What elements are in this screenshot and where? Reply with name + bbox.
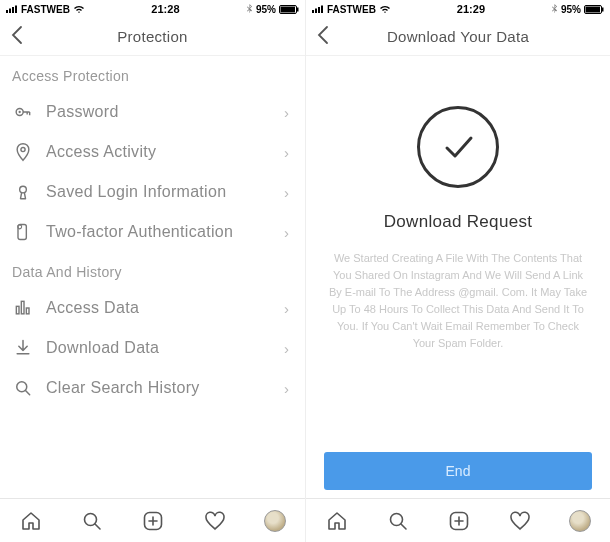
chevron-right-icon: › [284, 104, 289, 121]
tab-profile[interactable] [264, 510, 286, 532]
back-button[interactable] [10, 25, 23, 49]
menu-label: Two-factor Authentication [46, 223, 233, 241]
tab-activity[interactable] [508, 509, 532, 533]
menu-label: Password [46, 103, 119, 121]
battery-pct: 95% [561, 4, 581, 15]
search-icon [12, 377, 34, 399]
tab-bar [306, 498, 610, 542]
carrier-label: FASTWEB [327, 4, 376, 15]
tab-new-post[interactable] [141, 509, 165, 533]
signal-icon [312, 5, 324, 13]
battery-icon [279, 5, 299, 14]
carrier-label: FASTWEB [21, 4, 70, 15]
bluetooth-icon [551, 4, 558, 14]
svg-rect-11 [18, 225, 26, 240]
check-circle-icon [417, 106, 499, 188]
content-title: Download Request [384, 212, 532, 232]
section-access-protection: Access Protection [0, 56, 305, 92]
wifi-icon [73, 5, 85, 14]
section-data-history: Data And History [0, 252, 305, 288]
battery-icon [584, 5, 604, 14]
button-label: End [446, 463, 471, 479]
tab-home[interactable] [325, 509, 349, 533]
location-pin-icon [12, 141, 34, 163]
svg-rect-21 [321, 6, 323, 14]
svg-rect-5 [297, 7, 299, 11]
tab-new-post[interactable] [447, 509, 471, 533]
status-bar: FASTWEB 21:28 95% [0, 0, 305, 18]
svg-rect-1 [9, 9, 11, 14]
tab-profile[interactable] [569, 510, 591, 532]
chevron-right-icon: › [284, 144, 289, 161]
chevron-right-icon: › [284, 300, 289, 317]
header: Download Your Data [306, 18, 610, 56]
svg-rect-2 [12, 7, 14, 13]
avatar-icon [569, 510, 591, 532]
chevron-right-icon: › [284, 184, 289, 201]
chevron-right-icon: › [284, 224, 289, 241]
end-button[interactable]: End [324, 452, 592, 490]
menu-label: Access Activity [46, 143, 156, 161]
chevron-right-icon: › [284, 340, 289, 357]
menu-label: Clear Search History [46, 379, 200, 397]
download-icon [12, 337, 34, 359]
svg-rect-14 [26, 308, 29, 314]
status-bar: FASTWEB 21:29 95% [306, 0, 610, 18]
svg-rect-18 [312, 10, 314, 13]
clock-label: 21:28 [151, 3, 179, 15]
menu-item-access-activity[interactable]: Access Activity › [0, 132, 305, 172]
svg-rect-6 [280, 6, 295, 12]
content-body: We Started Creating A File With The Cont… [324, 250, 592, 352]
key-icon [12, 101, 34, 123]
back-button[interactable] [316, 25, 329, 49]
menu-label: Saved Login Information [46, 183, 226, 201]
svg-rect-19 [315, 9, 317, 14]
keyhole-icon [12, 181, 34, 203]
header: Protection [0, 18, 305, 56]
screen-download-data: FASTWEB 21:29 95% Download Your Data Dow… [305, 0, 610, 542]
svg-rect-0 [6, 10, 8, 13]
tab-search[interactable] [386, 509, 410, 533]
menu-item-two-factor[interactable]: Two-factor Authentication › [0, 212, 305, 252]
shield-phone-icon [12, 221, 34, 243]
menu-label: Download Data [46, 339, 159, 357]
svg-rect-3 [15, 6, 17, 14]
tab-search[interactable] [80, 509, 104, 533]
screen-protection: FASTWEB 21:28 95% Protection Access Prot… [0, 0, 305, 542]
svg-point-8 [19, 111, 21, 113]
chevron-right-icon: › [284, 380, 289, 397]
svg-rect-23 [602, 7, 604, 11]
svg-point-9 [21, 147, 25, 151]
menu-item-password[interactable]: Password › [0, 92, 305, 132]
avatar-icon [264, 510, 286, 532]
svg-rect-24 [585, 6, 600, 12]
menu-label: Access Data [46, 299, 139, 317]
tab-activity[interactable] [203, 509, 227, 533]
svg-point-10 [20, 186, 27, 193]
svg-rect-20 [318, 7, 320, 13]
battery-pct: 95% [256, 4, 276, 15]
menu-item-clear-history[interactable]: Clear Search History › [0, 368, 305, 408]
menu-item-saved-login[interactable]: Saved Login Information › [0, 172, 305, 212]
tab-bar [0, 498, 305, 542]
tab-home[interactable] [19, 509, 43, 533]
bluetooth-icon [246, 4, 253, 14]
wifi-icon [379, 5, 391, 14]
page-title: Protection [117, 28, 188, 45]
menu-item-download-data[interactable]: Download Data › [0, 328, 305, 368]
svg-rect-13 [21, 301, 24, 314]
signal-icon [6, 5, 18, 13]
page-title: Download Your Data [387, 28, 529, 45]
bar-chart-icon [12, 297, 34, 319]
svg-rect-12 [16, 306, 19, 314]
clock-label: 21:29 [457, 3, 485, 15]
menu-item-access-data[interactable]: Access Data › [0, 288, 305, 328]
